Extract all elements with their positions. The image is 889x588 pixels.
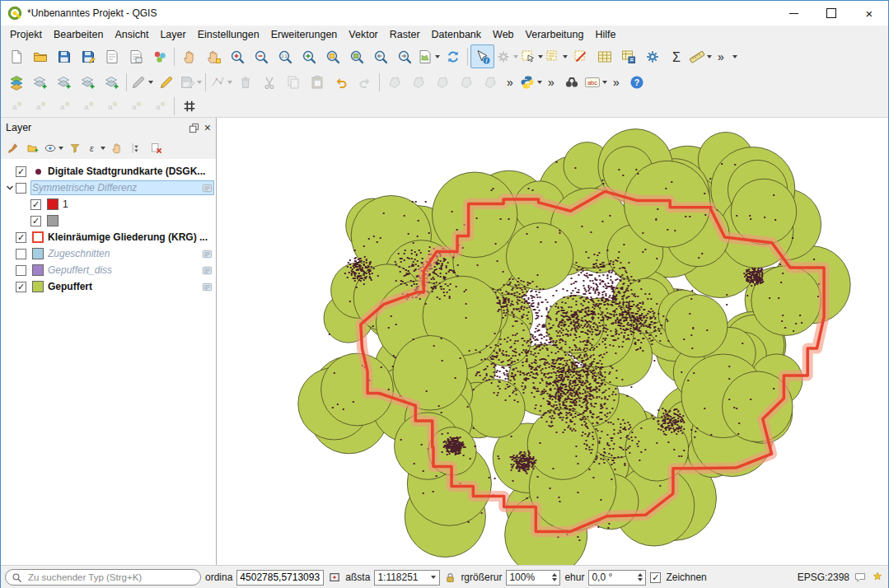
menu-projekt[interactable]: Projekt	[4, 27, 48, 42]
zoom-full-button[interactable]	[297, 44, 321, 68]
new-print-layout-button[interactable]	[100, 44, 124, 68]
layer-visibility-checkbox[interactable]	[16, 249, 26, 259]
open-attribute-table-button[interactable]	[592, 44, 616, 68]
zoom-native-button[interactable]: 1:1	[273, 44, 297, 68]
layer-entry[interactable]: Digitale Stadtgrundkarte (DSGK...	[30, 164, 214, 179]
message-log-icon[interactable]	[854, 571, 867, 584]
deselect-features-button[interactable]	[568, 44, 592, 68]
toolbar-extension-caret-icon[interactable]	[732, 55, 737, 58]
layer-item[interactable]: ✓	[1, 212, 216, 229]
menu-raster[interactable]: Raster	[384, 27, 426, 42]
layer-entry[interactable]: Kleinräumige Gliederung (KRG) ...	[30, 230, 214, 245]
menu-web[interactable]: Web	[487, 27, 519, 42]
zoom-in-button[interactable]	[225, 44, 249, 68]
new-shapefile-layer-button[interactable]	[52, 70, 76, 94]
remove-layer-button[interactable]	[147, 139, 166, 158]
layer-item[interactable]: ✓Digitale Stadtgrundkarte (DSGK...	[1, 163, 216, 180]
rotation-spinbox[interactable]: 0,0 °	[588, 570, 646, 586]
help-button[interactable]: ?	[625, 70, 648, 94]
save-project-as-button[interactable]	[76, 44, 100, 68]
layer-item[interactable]: ✓1	[1, 196, 216, 212]
layer-entry[interactable]: Gepuffert	[30, 279, 214, 294]
filter-by-expression-button[interactable]: ε	[85, 139, 106, 158]
layer-visibility-checkbox[interactable]: ✓	[16, 232, 26, 243]
map-canvas[interactable]	[217, 118, 888, 565]
layer-item[interactable]: ✓Gepuffert	[1, 278, 216, 295]
layer-item[interactable]: Zugeschnitten	[1, 245, 216, 262]
menu-bearbeiten[interactable]: Bearbeiten	[48, 27, 109, 42]
zoom-to-selection-button[interactable]	[321, 44, 344, 68]
select-features-button[interactable]	[519, 44, 544, 68]
expand-arrow-icon[interactable]	[4, 184, 16, 192]
measure-button[interactable]	[688, 44, 713, 68]
identify-features-button[interactable]: i	[470, 44, 494, 68]
undo-button[interactable]	[329, 70, 353, 94]
notifications-icon[interactable]	[871, 571, 884, 584]
new-geopackage-layer-button[interactable]	[28, 70, 52, 94]
layer-entry[interactable]: 1	[45, 197, 214, 212]
float-panel-button[interactable]	[189, 123, 199, 133]
select-by-form-button[interactable]	[544, 44, 568, 68]
coordinate-input[interactable]	[236, 570, 324, 586]
new-virtual-layer-button[interactable]	[76, 70, 100, 94]
refresh-button[interactable]	[441, 44, 465, 68]
layer-visibility-checkbox[interactable]: ✓	[16, 282, 26, 292]
open-layer-styling-button[interactable]	[3, 139, 22, 158]
new-map-view-button[interactable]	[416, 44, 441, 68]
decoration-grid-button[interactable]	[177, 94, 201, 118]
menu-erweiterungen[interactable]: Erweiterungen	[265, 27, 344, 42]
osm-place-search-button[interactable]	[559, 70, 583, 94]
zoom-next-button[interactable]	[392, 44, 416, 68]
processing-toolbox-button[interactable]	[640, 44, 664, 68]
extents-icon[interactable]	[328, 571, 341, 584]
label-toolbar-button[interactable]: abc	[583, 70, 608, 94]
data-source-manager-button[interactable]	[4, 70, 28, 94]
lock-icon[interactable]	[444, 572, 456, 584]
python-console-button[interactable]	[518, 70, 543, 94]
statistical-summary-button[interactable]: Σ	[664, 44, 688, 68]
toggle-editing-button[interactable]	[154, 70, 178, 94]
layout-manager-button[interactable]	[124, 44, 147, 68]
magnifier-spinbox[interactable]: 100%	[506, 570, 560, 586]
style-manager-button[interactable]	[147, 44, 171, 68]
layer-entry[interactable]: Symmetrische Differenz	[30, 180, 214, 195]
digitize-overflow-button[interactable]: »	[502, 70, 518, 94]
menu-verarbeitung[interactable]: Verarbeitung	[520, 27, 590, 42]
save-project-button[interactable]	[52, 44, 76, 68]
pan-map-button[interactable]	[177, 44, 201, 68]
collapse-all-button[interactable]	[127, 139, 146, 158]
manage-map-themes-button[interactable]	[43, 139, 64, 158]
menu-hilfe[interactable]: Hilfe	[589, 27, 621, 42]
layer-visibility-checkbox[interactable]: ✓	[16, 166, 26, 177]
plugin-overflow-button[interactable]: »	[543, 70, 559, 94]
locator-search-box[interactable]	[5, 569, 201, 586]
new-temporary-scratch-layer-button[interactable]	[100, 70, 124, 94]
close-button[interactable]: ×	[850, 1, 888, 26]
layer-entry[interactable]: Gepuffert_diss	[30, 263, 214, 278]
layer-visibility-checkbox[interactable]	[16, 183, 26, 194]
menu-layer[interactable]: Layer	[154, 27, 191, 42]
zoom-to-layer-button[interactable]	[344, 44, 368, 68]
zoom-last-button[interactable]	[368, 44, 392, 68]
locator-input[interactable]	[26, 572, 194, 583]
crs-button[interactable]: EPSG:2398	[798, 572, 849, 583]
layer-visibility-checkbox[interactable]: ✓	[30, 199, 41, 210]
menu-ansicht[interactable]: Ansicht	[109, 27, 154, 42]
layer-entry[interactable]: Zugeschnitten	[30, 246, 214, 261]
new-project-button[interactable]	[4, 44, 28, 68]
toolbar-overflow-button[interactable]: »	[713, 44, 729, 68]
layer-item[interactable]: Symmetrische Differenz	[1, 180, 216, 196]
pan-to-selection-button[interactable]	[201, 44, 225, 68]
open-field-calculator-button[interactable]	[616, 44, 640, 68]
zoom-out-button[interactable]	[249, 44, 273, 68]
layer-visibility-checkbox[interactable]	[16, 265, 26, 276]
menu-vektor[interactable]: Vektor	[343, 27, 383, 42]
close-panel-button[interactable]: ×	[204, 121, 211, 134]
label-overflow-button[interactable]: »	[608, 70, 625, 94]
layer-entry[interactable]	[45, 213, 214, 228]
layer-visibility-checkbox[interactable]: ✓	[30, 216, 41, 226]
expand-all-button[interactable]	[107, 139, 126, 158]
render-checkbox[interactable]: ✓ Zeichnen	[650, 572, 706, 583]
layer-item[interactable]: ✓Kleinräumige Gliederung (KRG) ...	[1, 229, 216, 245]
menu-datenbank[interactable]: Datenbank	[426, 27, 487, 42]
